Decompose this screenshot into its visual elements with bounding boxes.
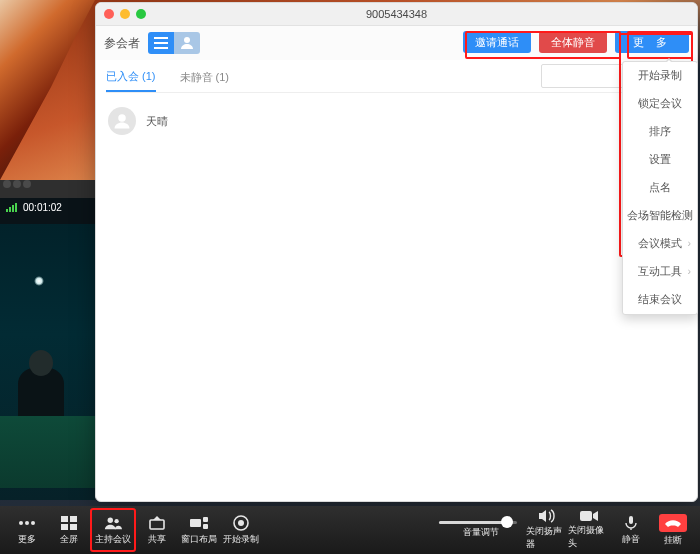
invite-button[interactable]: 邀请通话 <box>463 31 531 53</box>
tab-joined[interactable]: 已入会 (1) <box>106 69 156 92</box>
menu-end[interactable]: 结束会议 <box>623 286 697 314</box>
menu-tools[interactable]: 互动工具 <box>623 258 697 286</box>
list-item[interactable]: 天晴 <box>106 103 687 139</box>
svg-rect-0 <box>154 37 168 39</box>
volume-slider[interactable]: 音量调节 <box>436 510 526 550</box>
tab-unmuted[interactable]: 未静音 (1) <box>180 70 230 91</box>
more-dropdown: 开始录制 锁定会议 排序 设置 点名 会场智能检测 会议模式 互动工具 结束会议 <box>622 61 698 315</box>
menu-detect[interactable]: 会场智能检测 <box>623 202 697 230</box>
host-meeting-button[interactable]: 主持会议 <box>90 508 136 552</box>
menu-settings[interactable]: 设置 <box>623 146 697 174</box>
share-button[interactable]: 共享 <box>136 510 178 550</box>
video-preview: 00:01:02 <box>0 180 95 500</box>
host-label: 主持会议 <box>95 533 131 546</box>
more-button[interactable]: 更 多 <box>615 31 689 53</box>
participants-panel: 9005434348 参会者 邀请通话 全体静音 更 多 已入会 <box>95 2 698 502</box>
svg-rect-8 <box>61 516 68 522</box>
svg-rect-2 <box>154 47 168 49</box>
svg-rect-21 <box>629 516 633 524</box>
menu-mode[interactable]: 会议模式 <box>623 230 697 258</box>
fullscreen-button[interactable]: 全屏 <box>48 510 90 550</box>
layout-label: 窗口布局 <box>181 533 217 546</box>
svg-point-6 <box>25 521 29 525</box>
svg-rect-14 <box>150 520 164 529</box>
svg-rect-16 <box>203 517 208 522</box>
avatar <box>108 107 136 135</box>
more-label: 更多 <box>18 533 36 546</box>
svg-point-7 <box>31 521 35 525</box>
zoom-icon[interactable] <box>136 9 146 19</box>
participants-label: 参会者 <box>104 35 140 52</box>
list-view-icon[interactable] <box>148 32 174 54</box>
svg-rect-11 <box>70 524 77 530</box>
svg-rect-17 <box>203 524 208 529</box>
svg-point-13 <box>114 519 118 523</box>
svg-point-5 <box>19 521 23 525</box>
mute-label: 静音 <box>622 533 640 546</box>
hangup-label: 挂断 <box>664 534 682 547</box>
svg-rect-10 <box>61 524 68 530</box>
svg-point-19 <box>238 520 244 526</box>
svg-point-4 <box>118 114 126 122</box>
close-icon[interactable] <box>104 9 114 19</box>
svg-point-12 <box>108 517 113 522</box>
window-title: 9005434348 <box>366 8 427 20</box>
svg-rect-15 <box>190 519 201 527</box>
signal-icon <box>6 203 17 212</box>
hangup-button[interactable]: 挂断 <box>652 510 694 550</box>
svg-rect-1 <box>154 42 168 44</box>
svg-rect-20 <box>580 511 592 521</box>
share-label: 共享 <box>148 533 166 546</box>
call-timer: 00:01:02 <box>23 202 62 213</box>
more-menu-button[interactable]: 更多 <box>6 510 48 550</box>
camera-label: 关闭摄像头 <box>568 524 610 550</box>
participant-name: 天晴 <box>146 114 168 129</box>
menu-lock[interactable]: 锁定会议 <box>623 90 697 118</box>
volume-label: 音量调节 <box>463 526 499 539</box>
menu-sort[interactable]: 排序 <box>623 118 697 146</box>
minimize-icon[interactable] <box>120 9 130 19</box>
record-button[interactable]: 开始录制 <box>220 510 262 550</box>
bottom-toolbar: 更多 全屏 主持会议 共享 窗口布局 开始录制 音量调节 关闭扬 <box>0 506 700 554</box>
mute-all-button[interactable]: 全体静音 <box>539 31 607 53</box>
speaker-label: 关闭扬声器 <box>526 525 568 551</box>
mute-button[interactable]: 静音 <box>610 510 652 550</box>
grid-view-icon[interactable] <box>174 32 200 54</box>
svg-point-3 <box>184 37 190 43</box>
menu-rollcall[interactable]: 点名 <box>623 174 697 202</box>
view-toggle[interactable] <box>148 32 200 54</box>
camera-button[interactable]: 关闭摄像头 <box>568 510 610 550</box>
layout-button[interactable]: 窗口布局 <box>178 510 220 550</box>
svg-rect-9 <box>70 516 77 522</box>
menu-start-record[interactable]: 开始录制 <box>623 62 697 90</box>
fullscreen-label: 全屏 <box>60 533 78 546</box>
record-label: 开始录制 <box>223 533 259 546</box>
speaker-button[interactable]: 关闭扬声器 <box>526 510 568 550</box>
